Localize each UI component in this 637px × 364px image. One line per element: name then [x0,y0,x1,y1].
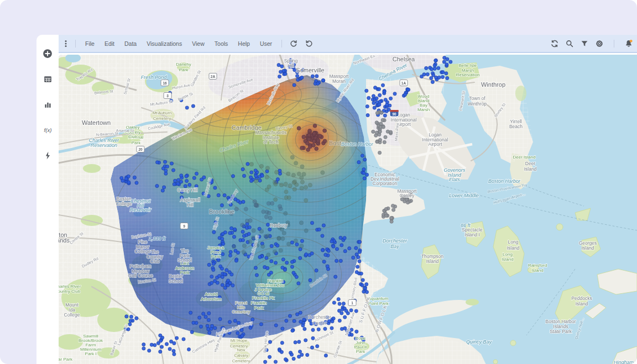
scatter-point [301,324,305,327]
scatter-point [127,181,130,184]
map-label: SpectacleIsland I [462,227,483,238]
scatter-point [385,214,388,217]
sidebar-function-icon[interactable]: f(x) [42,124,53,135]
scatter-point [296,75,299,78]
scatter-point [274,182,278,186]
scatter-point [213,186,217,189]
scatter-point [375,121,378,124]
scatter-point [268,216,272,220]
scatter-point [124,177,128,180]
sidebar-add-circle-icon[interactable] [42,48,53,59]
menu-visualizations[interactable]: Visualizations [142,35,187,52]
scatter-point [384,207,388,210]
scatter-point [232,235,236,239]
map-label: Corey Hill [177,187,198,193]
map-label: Fresh Pond [141,75,168,80]
scatter-point [366,105,369,108]
scatter-point [212,230,216,234]
scatter-point [434,59,437,62]
kebab-menu-icon[interactable] [61,39,71,49]
map-label: PopeJohnPaul IIPark [354,336,367,354]
scatter-point [270,260,273,263]
search-icon[interactable] [565,39,575,49]
scatter-point [358,250,361,254]
scatter-point [163,186,166,189]
scatter-point [171,168,175,172]
scatter-point [258,179,262,182]
scatter-point [383,90,386,93]
scatter-point [363,177,366,180]
menubar: FileEditDataVisualizationsViewToolsHelpU… [59,35,637,53]
scatter-point [305,253,308,256]
scatter-point [241,167,244,171]
scatter-point [267,273,270,276]
scatter-point [274,170,278,174]
scatter-point [228,281,232,284]
scatter-point [375,140,379,144]
scatter-point [324,354,327,357]
scatter-point [322,224,325,227]
map-canvas[interactable]: ChelseaSomervilleCambridgeWatertownBosto… [59,55,637,364]
scatter-point [300,146,304,150]
scatter-point [255,273,258,277]
scatter-point [231,175,234,178]
menu-data[interactable]: Data [119,35,142,52]
menu-file[interactable]: File [80,35,100,52]
scatter-point [274,360,277,363]
scatter-point [223,286,227,289]
scatter-point [233,319,237,323]
map-label: DeerIsland [524,161,537,172]
map-label: Brookline [209,208,234,215]
svg-text:2A: 2A [211,75,216,78]
sidebar-lightning-icon[interactable] [42,150,53,161]
scatter-point [281,237,285,241]
scatter-point [236,251,239,254]
scatter-point [187,348,190,351]
scatter-point [327,249,330,252]
sidebar-table-icon[interactable] [42,73,53,85]
route-shield: 3 [164,93,171,99]
scatter-point [310,252,314,255]
scatter-point [164,169,168,172]
scatter-point [175,336,179,340]
scatter-point [375,112,379,115]
scatter-point [342,302,345,305]
scatter-point [372,94,375,98]
scatter-point [343,250,347,253]
scatter-point [321,234,324,238]
scatter-point [233,228,237,231]
menu-view[interactable]: View [187,35,210,52]
scatter-point [173,182,176,186]
notifications-bell-icon[interactable] [624,39,634,49]
scatter-point [392,208,395,212]
settings-gear-icon[interactable] [594,39,604,49]
menu-items: FileEditDataVisualizationsViewToolsHelpU… [80,35,277,52]
scatter-point [284,358,287,361]
sidebar-bar-chart-icon[interactable] [42,99,53,110]
scatter-point [359,272,363,275]
sync-icon[interactable] [550,39,560,49]
menu-tools[interactable]: Tools [210,35,233,52]
scatter-point [382,125,385,129]
scatter-point [231,284,234,287]
scatter-point [242,244,246,247]
menu-help[interactable]: Help [233,35,255,52]
scatter-point [212,262,215,266]
scatter-point [425,66,428,70]
scatter-point [279,70,283,73]
scatter-point [297,126,301,130]
menu-user[interactable]: User [255,35,277,52]
map-label: Hingham [614,360,634,364]
scatter-point [206,324,209,328]
scatter-point [266,266,269,270]
undo-icon[interactable] [289,39,299,49]
scatter-point [361,154,364,157]
route-shield: 1A [400,80,408,86]
scatter-point [213,279,217,283]
menu-edit[interactable]: Edit [100,35,119,52]
filter-icon[interactable] [579,39,589,49]
scatter-point [277,64,280,67]
scatter-point [281,258,285,261]
redo-icon[interactable] [304,39,314,49]
route-shield: 9 [180,223,188,229]
